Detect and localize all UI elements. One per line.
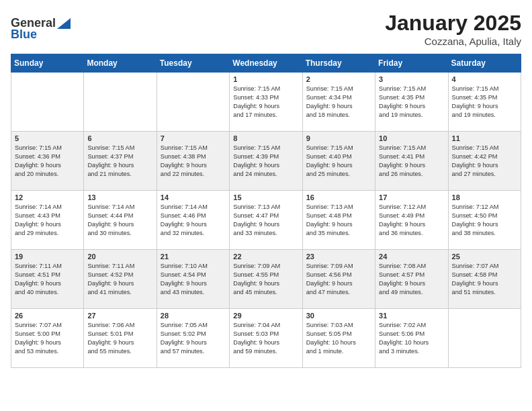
calendar-day-cell: 22Sunrise: 7:09 AM Sunset: 4:55 PM Dayli… xyxy=(230,250,302,309)
day-number: 14 xyxy=(161,193,226,201)
title-block: January 2025 Cozzana, Apulia, Italy xyxy=(385,11,521,47)
day-number: 9 xyxy=(306,134,371,142)
logo-icon xyxy=(57,18,71,29)
calendar-day-cell xyxy=(84,73,157,132)
day-info: Sunrise: 7:02 AM Sunset: 5:06 PM Dayligh… xyxy=(379,321,444,356)
day-info: Sunrise: 7:15 AM Sunset: 4:34 PM Dayligh… xyxy=(306,85,371,120)
day-number: 7 xyxy=(161,134,226,142)
day-info: Sunrise: 7:15 AM Sunset: 4:35 PM Dayligh… xyxy=(452,85,517,120)
day-info: Sunrise: 7:15 AM Sunset: 4:33 PM Dayligh… xyxy=(233,85,298,120)
calendar-day-cell: 21Sunrise: 7:10 AM Sunset: 4:54 PM Dayli… xyxy=(157,250,229,309)
calendar-day-cell: 16Sunrise: 7:13 AM Sunset: 4:48 PM Dayli… xyxy=(302,191,375,250)
day-info: Sunrise: 7:13 AM Sunset: 4:48 PM Dayligh… xyxy=(306,203,371,238)
day-info: Sunrise: 7:11 AM Sunset: 4:52 PM Dayligh… xyxy=(87,262,152,297)
calendar-day-header: Saturday xyxy=(448,54,521,73)
day-info: Sunrise: 7:12 AM Sunset: 4:49 PM Dayligh… xyxy=(379,203,444,238)
calendar-day-cell: 26Sunrise: 7:07 AM Sunset: 5:00 PM Dayli… xyxy=(11,309,84,368)
calendar-day-cell: 12Sunrise: 7:14 AM Sunset: 4:43 PM Dayli… xyxy=(11,191,84,250)
day-number: 23 xyxy=(306,253,371,261)
calendar-day-cell: 1Sunrise: 7:15 AM Sunset: 4:33 PM Daylig… xyxy=(230,73,302,132)
day-number: 17 xyxy=(379,193,444,201)
calendar-week-row: 5Sunrise: 7:15 AM Sunset: 4:36 PM Daylig… xyxy=(11,132,521,191)
calendar-week-row: 1Sunrise: 7:15 AM Sunset: 4:33 PM Daylig… xyxy=(11,73,521,132)
calendar-table: SundayMondayTuesdayWednesdayThursdayFrid… xyxy=(11,54,521,368)
day-number: 5 xyxy=(15,134,80,142)
calendar-day-cell: 8Sunrise: 7:15 AM Sunset: 4:39 PM Daylig… xyxy=(230,132,302,191)
page-header: General Blue January 2025 Cozzana, Apuli… xyxy=(11,11,521,47)
calendar-day-cell xyxy=(11,73,84,132)
day-number: 28 xyxy=(161,312,226,320)
calendar-day-cell: 6Sunrise: 7:15 AM Sunset: 4:37 PM Daylig… xyxy=(84,132,157,191)
day-number: 20 xyxy=(87,253,152,261)
day-info: Sunrise: 7:06 AM Sunset: 5:01 PM Dayligh… xyxy=(87,321,152,356)
day-number: 8 xyxy=(233,134,298,142)
day-info: Sunrise: 7:12 AM Sunset: 4:50 PM Dayligh… xyxy=(452,203,517,238)
calendar-day-cell: 27Sunrise: 7:06 AM Sunset: 5:01 PM Dayli… xyxy=(84,309,157,368)
day-number: 11 xyxy=(452,134,517,142)
day-number: 24 xyxy=(379,253,444,261)
calendar-day-cell: 24Sunrise: 7:08 AM Sunset: 4:57 PM Dayli… xyxy=(375,250,448,309)
calendar-day-cell: 11Sunrise: 7:15 AM Sunset: 4:42 PM Dayli… xyxy=(448,132,521,191)
calendar-day-cell: 29Sunrise: 7:04 AM Sunset: 5:03 PM Dayli… xyxy=(230,309,302,368)
calendar-week-row: 26Sunrise: 7:07 AM Sunset: 5:00 PM Dayli… xyxy=(11,309,521,368)
day-info: Sunrise: 7:15 AM Sunset: 4:38 PM Dayligh… xyxy=(161,144,226,179)
page-subtitle: Cozzana, Apulia, Italy xyxy=(385,36,521,47)
day-number: 31 xyxy=(379,312,444,320)
day-number: 29 xyxy=(233,312,298,320)
calendar-day-cell: 2Sunrise: 7:15 AM Sunset: 4:34 PM Daylig… xyxy=(302,73,375,132)
calendar-day-cell: 7Sunrise: 7:15 AM Sunset: 4:38 PM Daylig… xyxy=(157,132,229,191)
calendar-day-cell: 25Sunrise: 7:07 AM Sunset: 4:58 PM Dayli… xyxy=(448,250,521,309)
day-number: 1 xyxy=(233,75,298,83)
calendar-week-row: 12Sunrise: 7:14 AM Sunset: 4:43 PM Dayli… xyxy=(11,191,521,250)
calendar-day-cell: 9Sunrise: 7:15 AM Sunset: 4:40 PM Daylig… xyxy=(302,132,375,191)
calendar-day-header: Sunday xyxy=(11,54,84,73)
calendar-day-cell: 23Sunrise: 7:09 AM Sunset: 4:56 PM Dayli… xyxy=(302,250,375,309)
calendar-day-cell: 5Sunrise: 7:15 AM Sunset: 4:36 PM Daylig… xyxy=(11,132,84,191)
day-number: 10 xyxy=(379,134,444,142)
day-info: Sunrise: 7:08 AM Sunset: 4:57 PM Dayligh… xyxy=(379,262,444,297)
day-info: Sunrise: 7:04 AM Sunset: 5:03 PM Dayligh… xyxy=(233,321,298,356)
day-info: Sunrise: 7:15 AM Sunset: 4:35 PM Dayligh… xyxy=(379,85,444,120)
day-number: 2 xyxy=(306,75,371,83)
calendar-day-cell: 17Sunrise: 7:12 AM Sunset: 4:49 PM Dayli… xyxy=(375,191,448,250)
logo-blue-text: Blue xyxy=(11,28,37,42)
calendar-day-cell: 15Sunrise: 7:13 AM Sunset: 4:47 PM Dayli… xyxy=(230,191,302,250)
day-info: Sunrise: 7:15 AM Sunset: 4:40 PM Dayligh… xyxy=(306,144,371,179)
svg-marker-0 xyxy=(57,18,71,29)
calendar-day-cell: 14Sunrise: 7:14 AM Sunset: 4:46 PM Dayli… xyxy=(157,191,229,250)
day-info: Sunrise: 7:14 AM Sunset: 4:46 PM Dayligh… xyxy=(161,203,226,238)
day-info: Sunrise: 7:05 AM Sunset: 5:02 PM Dayligh… xyxy=(161,321,226,356)
calendar-day-header: Monday xyxy=(84,54,157,73)
calendar-header-row: SundayMondayTuesdayWednesdayThursdayFrid… xyxy=(11,54,521,73)
day-number: 13 xyxy=(87,193,152,201)
calendar-day-cell: 20Sunrise: 7:11 AM Sunset: 4:52 PM Dayli… xyxy=(84,250,157,309)
day-number: 3 xyxy=(379,75,444,83)
day-info: Sunrise: 7:07 AM Sunset: 5:00 PM Dayligh… xyxy=(15,321,80,356)
logo: General Blue xyxy=(11,16,71,42)
day-info: Sunrise: 7:14 AM Sunset: 4:43 PM Dayligh… xyxy=(15,203,80,238)
day-info: Sunrise: 7:14 AM Sunset: 4:44 PM Dayligh… xyxy=(87,203,152,238)
day-info: Sunrise: 7:09 AM Sunset: 4:56 PM Dayligh… xyxy=(306,262,371,297)
day-info: Sunrise: 7:15 AM Sunset: 4:41 PM Dayligh… xyxy=(379,144,444,179)
day-info: Sunrise: 7:11 AM Sunset: 4:51 PM Dayligh… xyxy=(15,262,80,297)
day-number: 16 xyxy=(306,193,371,201)
day-number: 30 xyxy=(306,312,371,320)
calendar-day-cell: 10Sunrise: 7:15 AM Sunset: 4:41 PM Dayli… xyxy=(375,132,448,191)
calendar-day-header: Tuesday xyxy=(157,54,229,73)
day-info: Sunrise: 7:10 AM Sunset: 4:54 PM Dayligh… xyxy=(161,262,226,297)
page-title: January 2025 xyxy=(385,11,521,36)
day-info: Sunrise: 7:15 AM Sunset: 4:37 PM Dayligh… xyxy=(87,144,152,179)
calendar-week-row: 19Sunrise: 7:11 AM Sunset: 4:51 PM Dayli… xyxy=(11,250,521,309)
calendar-day-header: Friday xyxy=(375,54,448,73)
day-info: Sunrise: 7:13 AM Sunset: 4:47 PM Dayligh… xyxy=(233,203,298,238)
calendar-day-cell: 13Sunrise: 7:14 AM Sunset: 4:44 PM Dayli… xyxy=(84,191,157,250)
day-number: 15 xyxy=(233,193,298,201)
day-number: 19 xyxy=(15,253,80,261)
day-number: 4 xyxy=(452,75,517,83)
day-info: Sunrise: 7:07 AM Sunset: 4:58 PM Dayligh… xyxy=(452,262,517,297)
day-number: 21 xyxy=(161,253,226,261)
day-number: 26 xyxy=(15,312,80,320)
calendar-day-cell: 18Sunrise: 7:12 AM Sunset: 4:50 PM Dayli… xyxy=(448,191,521,250)
calendar-day-cell: 31Sunrise: 7:02 AM Sunset: 5:06 PM Dayli… xyxy=(375,309,448,368)
calendar-day-cell: 19Sunrise: 7:11 AM Sunset: 4:51 PM Dayli… xyxy=(11,250,84,309)
